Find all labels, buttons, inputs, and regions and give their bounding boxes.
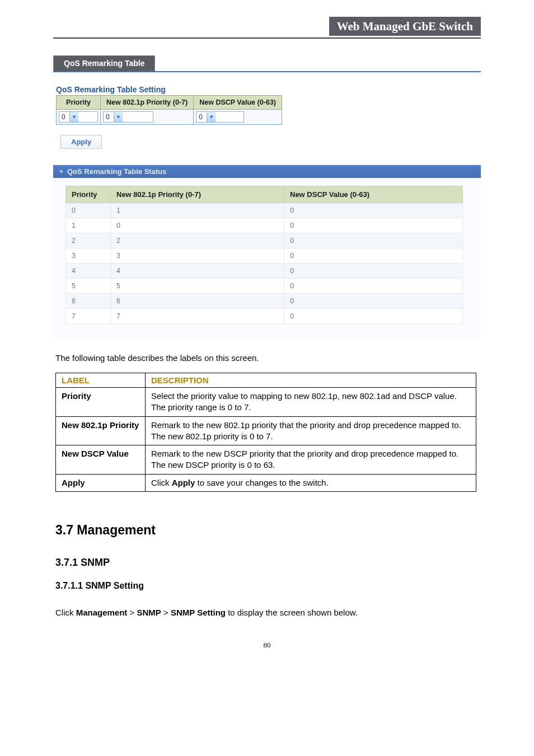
tab-qos-remarking[interactable]: QoS Remarking Table <box>53 55 155 71</box>
cell-new802: 7 <box>111 309 284 324</box>
new802-select[interactable]: 0 ▼ <box>103 111 153 123</box>
new802-select-value: 0 <box>104 113 114 121</box>
desc-text-prefix: Click <box>151 478 172 487</box>
description-intro: The following table describes the labels… <box>55 353 480 363</box>
page-header: Web Managed GbE Switch <box>53 17 481 36</box>
status-panel-header[interactable]: ▼ QoS Remarking Table Status <box>53 165 481 178</box>
cell-new802: 6 <box>111 294 284 309</box>
tab-bar: QoS Remarking Table <box>53 55 534 71</box>
table-row: 6 6 0 <box>66 294 463 309</box>
cell-priority: 0 <box>66 203 111 218</box>
chevron-down-icon: ▼ <box>69 112 78 122</box>
setting-header-priority: Priority <box>57 96 101 110</box>
desc-header-description: DESCRIPTION <box>146 373 476 388</box>
cell-priority: 7 <box>66 309 111 324</box>
setting-header-row: Priority New 802.1p Priority (0-7) New D… <box>57 96 282 110</box>
tab-divider <box>53 71 481 73</box>
cell-priority: 4 <box>66 264 111 279</box>
cell-newdscp: 0 <box>284 294 463 309</box>
cell-newdscp: 0 <box>284 233 463 248</box>
cell-new802: 0 <box>111 218 284 233</box>
nav-prefix: Click <box>55 608 76 617</box>
table-row: 3 3 0 <box>66 248 463 264</box>
setting-header-new802: New 802.1p Priority (0-7) <box>101 96 194 110</box>
table-row: New DSCP Value Remark to the new DSCP pr… <box>56 445 476 475</box>
desc-label: New DSCP Value <box>56 445 146 475</box>
header-divider <box>53 37 481 39</box>
cell-priority: 1 <box>66 218 111 233</box>
status-header-priority: Priority <box>66 186 111 203</box>
chevron-down-icon: ▼ <box>207 112 216 122</box>
status-table: Priority New 802.1p Priority (0-7) New D… <box>65 186 463 324</box>
nav-snmp: SNMP <box>137 608 161 617</box>
nav-snmp-setting: SNMP Setting <box>171 608 226 617</box>
desc-header-label: LABEL <box>56 373 146 388</box>
desc-text-bold: Apply <box>172 478 195 487</box>
cell-new802: 4 <box>111 264 284 279</box>
nav-suffix: to display the screen shown below. <box>226 608 358 617</box>
cell-newdscp: 0 <box>284 264 463 279</box>
table-row: 1 0 0 <box>66 218 463 233</box>
desc-label: New 802.1p Priority <box>56 416 146 445</box>
desc-header-row: LABEL DESCRIPTION <box>56 373 476 388</box>
header-spacer <box>53 17 329 36</box>
description-table: LABEL DESCRIPTION Priority Select the pr… <box>55 373 476 492</box>
desc-label: Apply <box>56 474 146 491</box>
page-number: 80 <box>0 641 534 650</box>
setting-title: QoS Remarking Table Setting <box>56 85 534 94</box>
table-row: Priority Select the priority value to ma… <box>56 388 476 417</box>
cell-priority: 3 <box>66 248 111 264</box>
cell-new802: 2 <box>111 233 284 248</box>
apply-button[interactable]: Apply <box>60 135 102 149</box>
setting-input-row: 0 ▼ 0 ▼ 0 ▼ <box>57 110 282 125</box>
table-row: 7 7 0 <box>66 309 463 324</box>
cell-new802: 1 <box>111 203 284 218</box>
priority-select[interactable]: 0 ▼ <box>59 111 98 123</box>
status-header-newdscp: New DSCP Value (0-63) <box>284 186 463 203</box>
desc-text: Click Apply to save your changes to the … <box>146 474 476 491</box>
page-title: Web Managed GbE Switch <box>329 17 481 36</box>
status-panel: ▼ QoS Remarking Table Status Priority Ne… <box>53 165 481 339</box>
table-row: 0 1 0 <box>66 203 463 218</box>
desc-text-suffix: to save your changes to the switch. <box>195 478 328 487</box>
table-row: 4 4 0 <box>66 264 463 279</box>
cell-newdscp: 0 <box>284 218 463 233</box>
cell-newdscp: 0 <box>284 248 463 264</box>
heading-snmp-setting: 3.7.1.1 SNMP Setting <box>55 581 534 591</box>
status-header-row: Priority New 802.1p Priority (0-7) New D… <box>66 186 463 203</box>
priority-select-value: 0 <box>59 113 69 121</box>
cell-newdscp: 0 <box>284 279 463 294</box>
table-row: New 802.1p Priority Remark to the new 80… <box>56 416 476 445</box>
newdscp-select-value: 0 <box>196 113 207 121</box>
table-row: 5 5 0 <box>66 279 463 294</box>
table-row: Apply Click Apply to save your changes t… <box>56 474 476 491</box>
nav-management: Management <box>76 608 128 617</box>
caret-down-icon: ▼ <box>59 169 64 175</box>
heading-management: 3.7 Management <box>55 523 534 538</box>
cell-newdscp: 0 <box>284 203 463 218</box>
table-row: 2 2 0 <box>66 233 463 248</box>
breadcrumb-instruction: Click Management > SNMP > SNMP Setting t… <box>55 608 534 617</box>
cell-new802: 3 <box>111 248 284 264</box>
cell-priority: 5 <box>66 279 111 294</box>
status-header-new802: New 802.1p Priority (0-7) <box>111 186 284 203</box>
desc-text: Remark to the new DSCP priority that the… <box>146 445 476 475</box>
setting-table: Priority New 802.1p Priority (0-7) New D… <box>56 95 282 125</box>
desc-label: Priority <box>56 388 146 417</box>
nav-gt1: > <box>127 608 137 617</box>
status-title: QoS Remarking Table Status <box>67 167 166 176</box>
desc-text: Select the priority value to mapping to … <box>146 388 476 417</box>
setting-header-newdscp: New DSCP Value (0-63) <box>194 96 282 110</box>
newdscp-select[interactable]: 0 ▼ <box>196 111 244 123</box>
cell-newdscp: 0 <box>284 309 463 324</box>
cell-priority: 2 <box>66 233 111 248</box>
desc-text: Remark to the new 802.1p priority that t… <box>146 416 476 445</box>
cell-new802: 5 <box>111 279 284 294</box>
cell-priority: 6 <box>66 294 111 309</box>
nav-gt2: > <box>161 608 171 617</box>
chevron-down-icon: ▼ <box>114 112 123 122</box>
heading-snmp: 3.7.1 SNMP <box>55 557 534 569</box>
